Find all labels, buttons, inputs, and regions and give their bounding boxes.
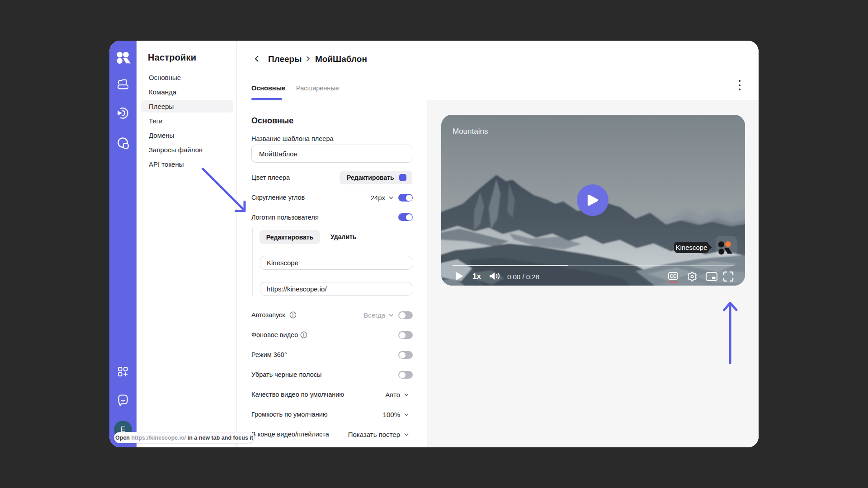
- svg-text:CC: CC: [670, 274, 676, 279]
